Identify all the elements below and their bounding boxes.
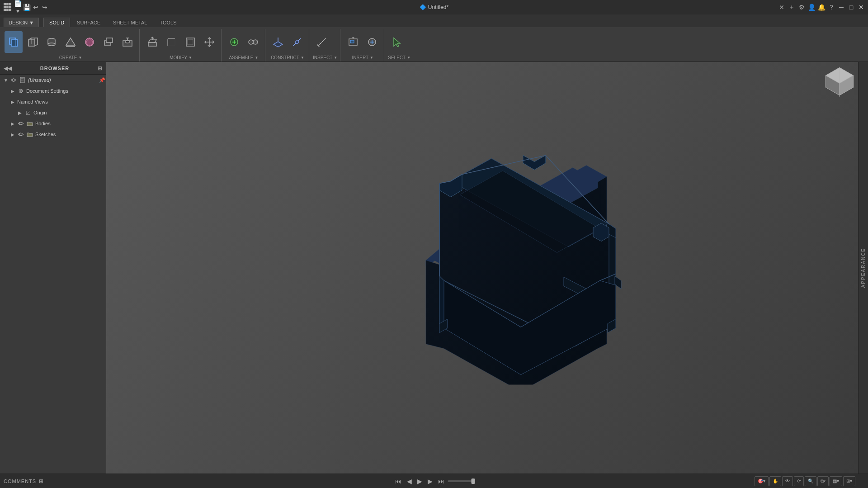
minimize-button[interactable]: ─ [838, 4, 844, 10]
inspect-label[interactable]: INSPECT ▼ [313, 55, 337, 62]
construct-arrow: ▼ [301, 56, 304, 60]
assemble-btn2[interactable] [244, 31, 262, 53]
close-window-button[interactable]: ✕ [858, 4, 864, 10]
appearance-label: APPEARANCE [861, 248, 866, 288]
app-grid-icon[interactable] [4, 3, 12, 11]
move-button[interactable] [200, 31, 218, 53]
main-area: ◀◀ BROWSER ⊞ ▼ (Unsaved) 📌 ▶ Document Se… [0, 62, 868, 474]
appearance-panel[interactable]: APPEARANCE [858, 62, 868, 474]
tree-item-bodies[interactable]: ▶ Bodies [0, 118, 106, 129]
tree-item-named-views[interactable]: ▶ Named Views [0, 96, 106, 107]
create-buttons [5, 29, 137, 55]
assemble-group: ASSEMBLE ▼ [222, 29, 265, 62]
construct-axis-button[interactable] [288, 31, 306, 53]
tree-label-origin: Origin [33, 110, 47, 115]
bodies-folder-icon [26, 120, 33, 127]
svg-rect-23 [188, 39, 193, 45]
tab-surface[interactable]: SURFACE [71, 18, 106, 27]
timeline-play-button[interactable]: ▶ [415, 477, 424, 486]
timeline-skip-end-button[interactable]: ⏭ [436, 477, 446, 486]
display-button[interactable]: ⧉▾ [817, 476, 829, 486]
select-button[interactable] [388, 31, 406, 53]
svg-marker-63 [523, 156, 546, 170]
assemble-arrow: ▼ [255, 56, 259, 60]
svg-rect-21 [168, 38, 175, 46]
tab-sheet-metal[interactable]: SHEET METAL [107, 18, 153, 27]
svg-point-9 [48, 43, 55, 46]
tree-arrow-origin: ▶ [18, 110, 23, 115]
tab-tools[interactable]: TOOLS [154, 18, 182, 27]
bodies-eye-icon [17, 120, 24, 127]
comments-close-icon[interactable]: ⊞ [39, 478, 43, 484]
redo-button[interactable]: ↪ [42, 4, 48, 10]
insert-mcad-button[interactable] [363, 31, 381, 53]
design-arrow: ▼ [29, 20, 34, 25]
modify-label[interactable]: MODIFY ▼ [143, 55, 218, 62]
timeline-slider[interactable] [448, 480, 475, 482]
maximize-button[interactable]: □ [848, 4, 854, 10]
comments-section: COMMENTS ⊞ [4, 478, 43, 484]
measure-button[interactable] [313, 31, 331, 53]
viewport[interactable]: APPEARANCE [106, 62, 868, 474]
account-button[interactable]: 👤 [808, 4, 815, 10]
pan-button[interactable]: ✋ [769, 476, 781, 486]
box-button[interactable] [24, 31, 42, 53]
select-label[interactable]: SELECT ▼ [388, 55, 410, 62]
assemble-label[interactable]: ASSEMBLE ▼ [225, 55, 262, 62]
timeline-skip-start-button[interactable]: ⏮ [393, 477, 403, 486]
file-button[interactable]: 📄▾ [14, 4, 21, 10]
tree-item-document-settings[interactable]: ▶ Document Settings [0, 85, 106, 96]
hole-button[interactable] [118, 31, 137, 53]
orbit-button[interactable]: 🎯▾ [755, 476, 769, 486]
tab-solid[interactable]: SOLID [43, 18, 70, 27]
browser-close-icon[interactable]: ⊞ [98, 65, 102, 71]
insert-label[interactable]: INSERT ▼ [344, 55, 381, 62]
design-dropdown[interactable]: DESIGN ▼ [4, 18, 39, 27]
scale-button[interactable] [61, 31, 80, 53]
form-button[interactable] [80, 31, 99, 53]
fillet-button[interactable] [162, 31, 180, 53]
tree-item-origin[interactable]: ▶ Origin [0, 107, 106, 118]
grid-button[interactable]: ▦▾ [830, 476, 842, 486]
timeline-next-button[interactable]: ▶ [426, 477, 434, 486]
create-label[interactable]: CREATE ▼ [5, 55, 137, 62]
press-pull-button[interactable] [143, 31, 161, 53]
notification-button[interactable]: 🔔 [818, 4, 825, 10]
settings-button[interactable]: ⚙ [798, 4, 805, 10]
view-button[interactable]: ⊞▾ [843, 476, 855, 486]
cylinder-button[interactable] [42, 31, 61, 53]
help-button[interactable]: ? [828, 4, 835, 10]
tree-label-doc-settings: Document Settings [26, 88, 68, 94]
doc-icon [19, 76, 26, 84]
look-button[interactable]: 👁 [782, 476, 793, 486]
browser-header: ◀◀ BROWSER ⊞ [0, 62, 106, 75]
title-bar-right: ✕ ＋ ⚙ 👤 🔔 ? ─ □ ✕ [778, 4, 864, 10]
modify-group: MODIFY ▼ [141, 29, 222, 62]
create-arrow: ▼ [78, 56, 82, 60]
fusion-icon: 🔷 [420, 4, 426, 10]
tree-item-sketches[interactable]: ▶ Sketches [0, 129, 106, 140]
left-panel: ◀◀ BROWSER ⊞ ▼ (Unsaved) 📌 ▶ Document Se… [0, 62, 106, 474]
insert-canvas-button[interactable] [344, 31, 362, 53]
construct-plane-button[interactable] [269, 31, 287, 53]
new-component-button[interactable] [5, 31, 23, 53]
tree-arrow-sketches: ▶ [11, 132, 15, 137]
close-tab-button[interactable]: ✕ [778, 4, 785, 10]
save-button[interactable]: 💾 [24, 4, 30, 10]
cube-svg [824, 66, 855, 97]
assemble-btn1[interactable] [225, 31, 243, 53]
view-cube[interactable] [824, 66, 855, 99]
browser-collapse-icon[interactable]: ◀◀ [4, 65, 12, 71]
tree-item-unsaved[interactable]: ▼ (Unsaved) 📌 [0, 75, 106, 85]
timeline-prev-button[interactable]: ◀ [405, 477, 414, 486]
new-tab-button[interactable]: ＋ [788, 4, 795, 10]
document-title: Untitled* [428, 4, 448, 10]
svg-line-50 [26, 111, 30, 114]
push-pull-button[interactable] [99, 31, 118, 53]
orbit2-button[interactable]: ⟳ [794, 476, 804, 486]
undo-button[interactable]: ↩ [33, 4, 39, 10]
zoom-button[interactable]: 🔍 [805, 476, 816, 486]
sketches-eye-icon [17, 131, 24, 138]
shell-button[interactable] [181, 31, 199, 53]
construct-label[interactable]: CONSTRUCT ▼ [269, 55, 306, 62]
